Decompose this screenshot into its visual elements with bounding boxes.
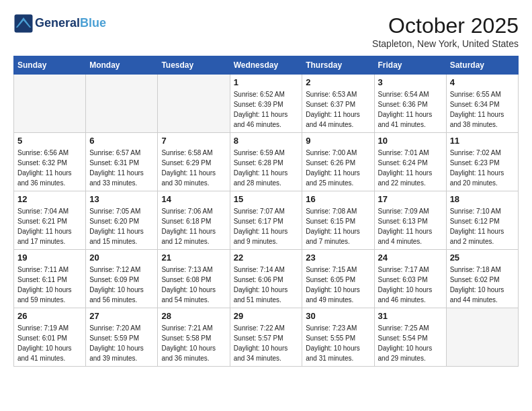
logo-icon <box>13 13 34 34</box>
day-info: Sunrise: 7:23 AMSunset: 5:55 PMDaylight:… <box>306 323 370 363</box>
calendar-cell: 28Sunrise: 7:21 AMSunset: 5:58 PMDayligh… <box>158 308 230 367</box>
day-info: Sunrise: 6:52 AMSunset: 6:39 PMDaylight:… <box>234 89 299 130</box>
calendar-cell: 26Sunrise: 7:19 AMSunset: 6:01 PMDayligh… <box>14 308 86 367</box>
day-number: 15 <box>234 194 299 204</box>
day-number: 23 <box>306 253 370 263</box>
day-number: 11 <box>450 136 515 146</box>
title-block: October 2025 Stapleton, New York, United… <box>372 13 519 49</box>
day-info: Sunrise: 7:06 AMSunset: 6:18 PMDaylight:… <box>161 206 226 246</box>
calendar-cell: 31Sunrise: 7:25 AMSunset: 5:54 PMDayligh… <box>374 308 446 367</box>
logo: GeneralBlue <box>13 13 106 34</box>
day-info: Sunrise: 7:20 AMSunset: 5:59 PMDaylight:… <box>89 323 154 363</box>
weekday-header-monday: Monday <box>86 56 158 75</box>
month-title: October 2025 <box>372 13 519 38</box>
day-number: 7 <box>161 136 226 146</box>
day-number: 16 <box>306 194 370 204</box>
day-number: 2 <box>306 77 370 87</box>
weekday-header-wednesday: Wednesday <box>230 56 302 75</box>
calendar-cell: 5Sunrise: 6:56 AMSunset: 6:32 PMDaylight… <box>14 133 86 191</box>
calendar-cell: 9Sunrise: 7:00 AMSunset: 6:26 PMDaylight… <box>302 133 374 191</box>
calendar-cell: 12Sunrise: 7:04 AMSunset: 6:21 PMDayligh… <box>14 191 86 250</box>
day-number: 21 <box>161 253 226 263</box>
day-info: Sunrise: 7:12 AMSunset: 6:09 PMDaylight:… <box>89 265 154 305</box>
logo-text: GeneralBlue <box>35 17 106 30</box>
calendar-cell: 13Sunrise: 7:05 AMSunset: 6:20 PMDayligh… <box>86 191 158 250</box>
weekday-header-friday: Friday <box>374 56 446 75</box>
calendar-cell <box>86 75 158 133</box>
day-number: 17 <box>378 194 443 204</box>
calendar-cell: 10Sunrise: 7:01 AMSunset: 6:24 PMDayligh… <box>374 133 446 191</box>
calendar-cell: 30Sunrise: 7:23 AMSunset: 5:55 PMDayligh… <box>302 308 374 367</box>
calendar-cell: 27Sunrise: 7:20 AMSunset: 5:59 PMDayligh… <box>86 308 158 367</box>
day-info: Sunrise: 6:58 AMSunset: 6:29 PMDaylight:… <box>161 148 226 188</box>
day-info: Sunrise: 6:56 AMSunset: 6:32 PMDaylight:… <box>17 148 82 188</box>
day-number: 8 <box>234 136 299 146</box>
day-info: Sunrise: 7:25 AMSunset: 5:54 PMDaylight:… <box>378 323 443 363</box>
day-info: Sunrise: 7:01 AMSunset: 6:24 PMDaylight:… <box>378 148 443 188</box>
day-info: Sunrise: 6:57 AMSunset: 6:31 PMDaylight:… <box>89 148 154 188</box>
day-number: 18 <box>450 194 515 204</box>
calendar-cell: 29Sunrise: 7:22 AMSunset: 5:57 PMDayligh… <box>230 308 302 367</box>
day-info: Sunrise: 7:05 AMSunset: 6:20 PMDaylight:… <box>89 206 154 246</box>
day-number: 28 <box>161 311 226 321</box>
day-info: Sunrise: 7:13 AMSunset: 6:08 PMDaylight:… <box>161 265 226 305</box>
day-info: Sunrise: 7:02 AMSunset: 6:23 PMDaylight:… <box>450 148 515 188</box>
day-number: 1 <box>234 77 299 87</box>
day-number: 10 <box>378 136 443 146</box>
page-header: GeneralBlue October 2025 Stapleton, New … <box>13 13 519 49</box>
week-row-1: 1Sunrise: 6:52 AMSunset: 6:39 PMDaylight… <box>14 75 519 133</box>
day-info: Sunrise: 7:08 AMSunset: 6:15 PMDaylight:… <box>306 206 370 246</box>
calendar-cell: 14Sunrise: 7:06 AMSunset: 6:18 PMDayligh… <box>158 191 230 250</box>
day-info: Sunrise: 7:09 AMSunset: 6:13 PMDaylight:… <box>378 206 443 246</box>
day-info: Sunrise: 6:59 AMSunset: 6:28 PMDaylight:… <box>234 148 299 188</box>
calendar-cell: 22Sunrise: 7:14 AMSunset: 6:06 PMDayligh… <box>230 250 302 308</box>
day-info: Sunrise: 6:53 AMSunset: 6:37 PMDaylight:… <box>306 89 370 130</box>
week-row-2: 5Sunrise: 6:56 AMSunset: 6:32 PMDaylight… <box>14 133 519 191</box>
day-info: Sunrise: 7:19 AMSunset: 6:01 PMDaylight:… <box>17 323 82 363</box>
weekday-header-sunday: Sunday <box>14 56 86 75</box>
calendar-cell: 25Sunrise: 7:18 AMSunset: 6:02 PMDayligh… <box>446 250 518 308</box>
day-number: 27 <box>89 311 154 321</box>
calendar-cell: 24Sunrise: 7:17 AMSunset: 6:03 PMDayligh… <box>374 250 446 308</box>
calendar-cell: 18Sunrise: 7:10 AMSunset: 6:12 PMDayligh… <box>446 191 518 250</box>
day-info: Sunrise: 7:18 AMSunset: 6:02 PMDaylight:… <box>450 265 515 305</box>
calendar-table: SundayMondayTuesdayWednesdayThursdayFrid… <box>13 56 519 367</box>
day-number: 3 <box>378 77 443 87</box>
calendar-cell <box>158 75 230 133</box>
weekday-header-tuesday: Tuesday <box>158 56 230 75</box>
calendar-cell: 21Sunrise: 7:13 AMSunset: 6:08 PMDayligh… <box>158 250 230 308</box>
day-info: Sunrise: 7:17 AMSunset: 6:03 PMDaylight:… <box>378 265 443 305</box>
day-info: Sunrise: 7:04 AMSunset: 6:21 PMDaylight:… <box>17 206 82 246</box>
day-number: 9 <box>306 136 370 146</box>
day-info: Sunrise: 7:11 AMSunset: 6:11 PMDaylight:… <box>17 265 82 305</box>
calendar-cell: 3Sunrise: 6:54 AMSunset: 6:36 PMDaylight… <box>374 75 446 133</box>
day-info: Sunrise: 7:10 AMSunset: 6:12 PMDaylight:… <box>450 206 515 246</box>
calendar-cell: 20Sunrise: 7:12 AMSunset: 6:09 PMDayligh… <box>86 250 158 308</box>
calendar-cell: 4Sunrise: 6:55 AMSunset: 6:34 PMDaylight… <box>446 75 518 133</box>
day-info: Sunrise: 7:21 AMSunset: 5:58 PMDaylight:… <box>161 323 226 363</box>
calendar-cell: 6Sunrise: 6:57 AMSunset: 6:31 PMDaylight… <box>86 133 158 191</box>
day-number: 19 <box>17 253 82 263</box>
weekday-header-row: SundayMondayTuesdayWednesdayThursdayFrid… <box>14 56 519 75</box>
location: Stapleton, New York, United States <box>372 38 519 49</box>
day-info: Sunrise: 7:22 AMSunset: 5:57 PMDaylight:… <box>234 323 299 363</box>
calendar-cell: 1Sunrise: 6:52 AMSunset: 6:39 PMDaylight… <box>230 75 302 133</box>
day-number: 26 <box>17 311 82 321</box>
weekday-header-saturday: Saturday <box>446 56 518 75</box>
calendar-cell: 15Sunrise: 7:07 AMSunset: 6:17 PMDayligh… <box>230 191 302 250</box>
day-number: 13 <box>89 194 154 204</box>
calendar-cell: 2Sunrise: 6:53 AMSunset: 6:37 PMDaylight… <box>302 75 374 133</box>
day-number: 12 <box>17 194 82 204</box>
calendar-cell <box>446 308 518 367</box>
day-number: 25 <box>450 253 515 263</box>
day-number: 31 <box>378 311 443 321</box>
calendar-cell: 8Sunrise: 6:59 AMSunset: 6:28 PMDaylight… <box>230 133 302 191</box>
day-number: 24 <box>378 253 443 263</box>
day-number: 20 <box>89 253 154 263</box>
calendar-cell: 16Sunrise: 7:08 AMSunset: 6:15 PMDayligh… <box>302 191 374 250</box>
calendar-cell: 17Sunrise: 7:09 AMSunset: 6:13 PMDayligh… <box>374 191 446 250</box>
day-info: Sunrise: 6:55 AMSunset: 6:34 PMDaylight:… <box>450 89 515 130</box>
week-row-4: 19Sunrise: 7:11 AMSunset: 6:11 PMDayligh… <box>14 250 519 308</box>
week-row-3: 12Sunrise: 7:04 AMSunset: 6:21 PMDayligh… <box>14 191 519 250</box>
calendar-cell: 11Sunrise: 7:02 AMSunset: 6:23 PMDayligh… <box>446 133 518 191</box>
